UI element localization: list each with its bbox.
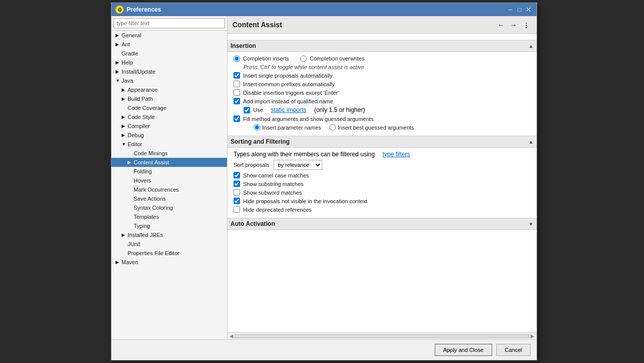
insert-common-label[interactable]: Insert common prefixes automatically [243, 81, 335, 87]
type-filters-link[interactable]: type filters [383, 151, 411, 158]
insert-param-names-radio[interactable] [254, 124, 260, 131]
hscroll-track[interactable] [235, 334, 530, 338]
tree-item-ant[interactable]: ▶ Ant [111, 40, 227, 49]
cancel-button[interactable]: Cancel [496, 344, 531, 356]
insert-best-guessed-label[interactable]: Insert best guessed arguments [338, 125, 414, 131]
insert-best-guessed-radio[interactable] [329, 124, 336, 131]
fill-method-label[interactable]: Fill method arguments and show guessed a… [243, 116, 374, 122]
tree-label: Save Actions [134, 196, 166, 202]
apply-close-button[interactable]: Apply and Close [435, 344, 492, 356]
hide-not-visible-label[interactable]: Hide proposals not visible in the invoca… [243, 198, 367, 204]
back-button[interactable]: ← [495, 19, 506, 30]
completion-overwrites-radio[interactable] [300, 55, 307, 62]
tree-item-hovers[interactable]: Hovers [111, 176, 227, 185]
insert-best-opt: Insert best guessed arguments [329, 124, 414, 131]
use-static-checkbox[interactable] [244, 107, 250, 113]
tree-item-junit[interactable]: JUnit [111, 239, 227, 249]
scroll-right-btn[interactable]: ▶ [530, 333, 536, 339]
static-imports-link[interactable]: static imports [271, 106, 307, 113]
insert-single-label[interactable]: Insert single proposals automatically [243, 73, 332, 79]
tree-item-save-actions[interactable]: Save Actions [111, 194, 227, 203]
tree-item-general[interactable]: ▶ General [111, 31, 227, 40]
show-camel-label[interactable]: Show camel case matches [243, 172, 309, 178]
tree-item-gradle[interactable]: Gradle [111, 49, 227, 58]
sort-proposals-dropdown[interactable]: by relevance alphabetically [273, 160, 322, 170]
forward-button[interactable]: → [508, 19, 519, 30]
insert-param-names-label[interactable]: Insert parameter names [262, 125, 321, 131]
tree-item-code-minings[interactable]: Code Minings [111, 149, 227, 158]
insert-single-checkbox[interactable] [233, 72, 240, 79]
minimize-button[interactable]: ─ [506, 6, 514, 14]
insert-common-checkbox[interactable] [233, 81, 240, 87]
tree-label: Code Coverage [128, 105, 166, 111]
expand-arrow [128, 205, 134, 210]
tree-label: JUnit [128, 241, 140, 247]
scroll-left-btn[interactable]: ◀ [228, 333, 235, 339]
expand-arrow: ▶ [115, 33, 122, 38]
sorting-collapse-btn[interactable]: ▲ [529, 139, 534, 145]
tree-item-properties-file-editor[interactable]: Properties File Editor [111, 249, 227, 258]
preferences-dialog: ⚙ Preferences ─ □ ✕ ▶ General [111, 3, 537, 360]
expand-arrow: ▶ [115, 69, 122, 74]
expand-arrow: ▶ [122, 232, 128, 237]
tree-item-templates[interactable]: Templates [111, 212, 227, 221]
show-subword-label[interactable]: Show subword matches [243, 190, 302, 196]
expand-arrow: ▶ [122, 87, 128, 92]
tree-item-maven[interactable]: ▶ Maven [111, 258, 227, 267]
show-subword-checkbox[interactable] [233, 189, 240, 196]
disable-triggers-checkbox[interactable] [233, 89, 240, 96]
tree-label: Syntax Coloring [134, 205, 173, 211]
more-options-button[interactable]: ⋮ [520, 19, 532, 30]
hide-deprecated-label[interactable]: Hide deprecated references [243, 207, 312, 213]
auto-activation-collapse-btn[interactable]: ▼ [529, 221, 534, 227]
tree-item-java[interactable]: ▼ Java [111, 76, 227, 85]
tree-item-syntax-coloring[interactable]: Syntax Coloring [111, 203, 227, 212]
expand-arrow: ▶ [115, 60, 122, 65]
tree-area[interactable]: ▶ General ▶ Ant Gradle [111, 31, 227, 339]
fill-method-checkbox[interactable] [233, 115, 240, 122]
show-substring-label[interactable]: Show substring matches [243, 181, 304, 187]
tree-item-code-style[interactable]: ▶ Code Style [111, 112, 227, 122]
filter-box [111, 16, 227, 31]
show-camel-checkbox[interactable] [233, 172, 240, 178]
dialog-body: ▶ General ▶ Ant Gradle [111, 16, 537, 339]
tree-label: Properties File Editor [128, 250, 180, 256]
tree-item-compiler[interactable]: ▶ Compiler [111, 122, 227, 131]
disable-triggers-label[interactable]: Disable insertion triggers except 'Enter… [243, 90, 339, 96]
tree-item-appearance[interactable]: ▶ Appearance [111, 85, 227, 94]
tree-item-debug[interactable]: ▶ Debug [111, 131, 227, 140]
insertion-collapse-btn[interactable]: ▲ [529, 43, 534, 49]
filter-input[interactable] [113, 18, 225, 28]
maximize-button[interactable]: □ [515, 6, 523, 14]
completion-overwrites-label[interactable]: Completion overwrites [310, 55, 365, 62]
completion-inserts-radio[interactable] [233, 55, 240, 62]
tree-label: Code Style [128, 114, 155, 120]
tree-item-build-path[interactable]: ▶ Build Path [111, 94, 227, 103]
disable-triggers-row: Disable insertion triggers except 'Enter… [233, 89, 531, 96]
expand-arrow [128, 178, 134, 183]
hide-not-visible-checkbox[interactable] [233, 198, 240, 204]
tree-item-help[interactable]: ▶ Help [111, 58, 227, 67]
close-button[interactable]: ✕ [524, 6, 533, 14]
add-import-label[interactable]: Add import instead of qualified name [243, 98, 333, 104]
show-substring-checkbox[interactable] [233, 180, 240, 187]
expand-arrow [122, 105, 128, 110]
tree-label: Maven [122, 259, 138, 265]
use-static-label[interactable]: Use [253, 107, 263, 113]
expand-arrow: ▶ [128, 160, 134, 165]
tree-item-installed-jres[interactable]: ▶ Installed JREs [111, 230, 227, 239]
horizontal-scrollbar[interactable]: ◀ ▶ [227, 332, 537, 339]
add-import-checkbox[interactable] [233, 98, 240, 104]
tree-label: Typing [134, 223, 150, 229]
hide-deprecated-checkbox[interactable] [233, 206, 240, 213]
tree-item-editor[interactable]: ▼ Editor [111, 140, 227, 149]
tree-item-content-assist[interactable]: ▶ Content Assist [111, 158, 227, 167]
tree-item-mark-occurrences[interactable]: Mark Occurrences [111, 185, 227, 194]
right-header: Content Assist ← → ⋮ [227, 16, 537, 34]
tree-item-code-coverage[interactable]: Code Coverage [111, 103, 227, 112]
tree-item-folding[interactable]: Folding [111, 167, 227, 176]
completion-inserts-label[interactable]: Completion inserts [243, 55, 289, 62]
tree-item-install-update[interactable]: ▶ Install/Update [111, 67, 227, 76]
auto-activation-section-header: Auto Activation ▼ [227, 218, 537, 230]
tree-item-typing[interactable]: Typing [111, 221, 227, 230]
